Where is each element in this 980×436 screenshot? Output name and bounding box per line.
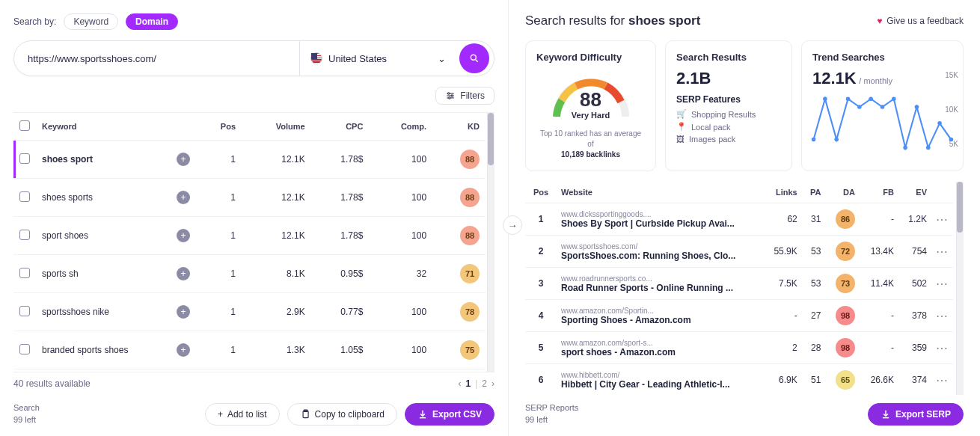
da-badge: 98 [836,306,855,325]
row-checkbox[interactable] [19,191,30,202]
kd-badge: 88 [460,150,480,169]
kd-card-title: Keyword Difficulty [536,52,645,63]
kd-badge: 78 [460,302,480,322]
th-comp[interactable]: Comp. [369,113,432,141]
keyword-row[interactable]: sportsshoes nike + 1 2.9K 0.77$ 100 78 [13,293,486,331]
row-more-button[interactable]: ⋯ [936,245,949,258]
keyword-cell: sports shoes store [36,369,171,372]
row-checkbox[interactable] [19,268,30,278]
keyword-row[interactable]: shoes sports + 1 12.1K 1.78$ 100 88 [13,179,486,217]
country-select[interactable]: United States ⌄ [299,41,456,76]
serp-row[interactable]: 2 www.sportsshoes.com/SportsShoes.com: R… [525,236,953,268]
copy-button[interactable]: Copy to clipboard [287,403,397,426]
th-fb[interactable]: FB [860,182,898,203]
website-cell[interactable]: www.amazon.com/Sportin...Sporting Shoes … [557,300,763,332]
export-csv-button[interactable]: Export CSV [405,403,494,426]
website-cell[interactable]: www.roadrunnersports.co...Road Runner Sp… [557,268,763,300]
row-more-button[interactable]: ⋯ [936,310,949,322]
trend-card: Trend Searches 12.1K / monthly 15K 10K 5… [801,40,964,171]
plus-icon: + [218,409,223,420]
serp-row[interactable]: 6 www.hibbett.com/Hibbett | City Gear - … [525,364,953,396]
website-cell[interactable]: www.dickssportinggoods....Shoes By Sport… [557,203,763,236]
row-checkbox[interactable] [19,153,30,164]
add-keyword-button[interactable]: + [177,153,190,166]
row-checkbox[interactable] [19,230,30,240]
results-available: 40 results available [13,378,91,389]
website-cell[interactable]: www.sportsshoes.com/SportsShoes.com: Run… [557,236,763,268]
website-cell[interactable]: www.hibbett.com/Hibbett | City Gear - Le… [557,364,763,396]
trend-title: Trend Searches [812,52,952,63]
filters-button[interactable]: Filters [435,87,494,105]
feedback-link[interactable]: ♥ Give us a feedback [877,16,964,26]
add-keyword-button[interactable]: + [177,305,190,319]
svg-point-7 [449,97,450,99]
search-by-label: Search by: [13,16,56,27]
serp-row[interactable]: 3 www.roadrunnersports.co...Road Runner … [525,268,953,300]
keyword-cell: shoes sports [36,179,171,217]
keyword-cell: sportsshoes nike [36,293,171,331]
row-more-button[interactable]: ⋯ [936,213,949,226]
row-more-button[interactable]: ⋯ [936,342,949,354]
keyword-row[interactable]: sports shoes store + 1 1K 0.98$ 89 71 [13,369,486,372]
search-button[interactable] [459,43,489,73]
keyword-row[interactable]: sports sh + 1 8.1K 0.95$ 32 71 [13,255,486,293]
serp-row[interactable]: 4 www.amazon.com/Sportin...Sporting Shoe… [525,300,953,332]
scrollbar[interactable] [487,113,494,372]
pager-next[interactable]: › [491,378,494,389]
flag-icon [310,52,322,64]
row-checkbox[interactable] [19,306,30,316]
row-checkbox[interactable] [19,344,30,354]
add-keyword-button[interactable]: + [177,267,190,280]
add-keyword-button[interactable]: + [177,229,190,242]
image-icon: 🖼 [676,135,685,144]
scrollbar[interactable] [956,182,964,395]
country-label: United States [328,53,387,64]
export-serp-button[interactable]: Export SERP [868,403,964,426]
add-keyword-button[interactable]: + [177,191,190,204]
pager-page-1[interactable]: 1 [466,378,471,389]
th-volume[interactable]: Volume [242,113,311,141]
pager: ‹ 1 | 2 › [459,378,495,389]
add-keyword-button[interactable]: + [177,343,190,357]
search-by-keyword-chip[interactable]: Keyword [64,13,118,30]
row-more-button[interactable]: ⋯ [936,374,949,387]
search-left-count: 99 left [13,414,40,426]
th-kd[interactable]: KD [432,113,486,141]
pin-icon: 📍 [676,122,687,132]
kd-rating: Very Hard [546,111,636,120]
serp-row[interactable]: 1 www.dickssportinggoods....Shoes By Spo… [525,203,953,236]
th-website[interactable]: Website [557,182,763,203]
keyword-row[interactable]: sport shoes + 1 12.1K 1.78$ 100 88 [13,217,486,255]
da-badge: 73 [836,274,855,293]
add-to-list-button[interactable]: +Add to list [205,403,280,426]
serp-features-title: SERP Features [676,94,781,105]
keyword-row[interactable]: branded sports shoes + 1 1.3K 1.05$ 100 … [13,331,486,369]
keyword-table: Keyword Pos Volume CPC Comp. KD shoes sp… [13,113,486,372]
search-results-card: Search Results 2.1B SERP Features 🛒Shopp… [665,40,792,171]
search-bar: United States ⌄ [13,40,494,76]
website-cell[interactable]: www.amazon.com/sport-s...sport shoes - A… [557,332,763,364]
th-cpc[interactable]: CPC [311,113,370,141]
sr-value: 2.1B [676,69,781,88]
th-pa[interactable]: PA [802,182,826,203]
serp-row[interactable]: 5 www.amazon.com/sport-s...sport shoes -… [525,332,953,364]
kd-badge: 88 [460,188,480,207]
collapse-panel-button[interactable]: → [503,215,522,235]
th-pos[interactable]: Pos [196,113,242,141]
svg-point-20 [926,146,931,150]
shopping-icon: 🛒 [676,109,687,119]
th-da[interactable]: DA [825,182,860,203]
pager-prev[interactable]: ‹ [459,378,462,389]
filters-label: Filters [460,90,485,101]
th-links[interactable]: Links [763,182,802,203]
search-by-domain-chip[interactable]: Domain [126,13,178,30]
th-ev[interactable]: EV [898,182,931,203]
svg-point-18 [903,146,907,150]
row-more-button[interactable]: ⋯ [936,277,949,290]
th-pos[interactable]: Pos [525,182,557,203]
pager-page-2[interactable]: 2 [482,378,487,389]
url-input[interactable] [28,53,299,64]
th-keyword[interactable]: Keyword [36,113,171,141]
select-all-checkbox[interactable] [19,120,30,131]
keyword-row[interactable]: shoes sport + 1 12.1K 1.78$ 100 88 [13,141,486,179]
